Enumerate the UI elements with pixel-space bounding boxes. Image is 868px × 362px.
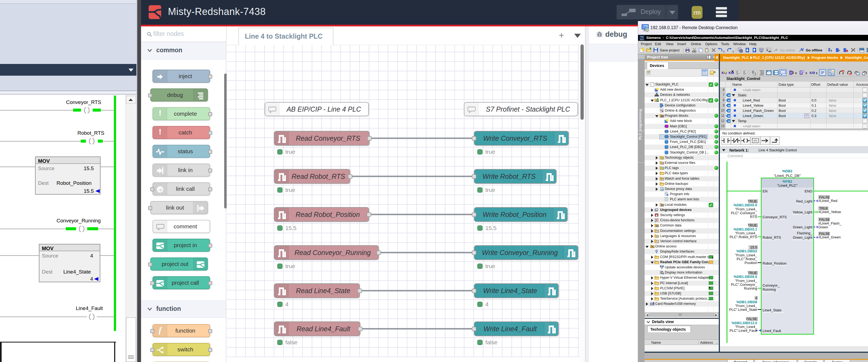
svg-text:Robot_Position: Robot_Position: [763, 261, 786, 266]
svg-text:οɪ: οɪ: [728, 115, 730, 117]
svg-text:%DB2: %DB2: [782, 169, 793, 173]
svg-text:KƟ: KƟ: [810, 71, 815, 75]
svg-text:FALSE: FALSE: [746, 317, 757, 321]
svg-text:οɪ: οɪ: [728, 94, 730, 96]
svg-text:%DB1.DBX6.0: %DB1.DBX6.0: [734, 275, 757, 279]
svg-text:PLC".Robot_RTS: PLC".Robot_RTS: [730, 235, 757, 239]
svg-text:"From_Line4_: "From_Line4_: [735, 207, 757, 211]
svg-text:FALSE: FALSE: [819, 218, 830, 222]
svg-text:Position: Position: [745, 261, 757, 265]
svg-text:"Line4_PLC_DB": "Line4_PLC_DB": [774, 174, 801, 178]
svg-text:#Line4_Green: #Line4_Green: [818, 235, 841, 239]
svg-text:Conveyor_: Conveyor_: [763, 283, 780, 287]
svg-text:Green_Light: Green_Light: [793, 235, 812, 240]
svg-text:TRUE: TRUE: [748, 271, 757, 275]
svg-text:#Line4_Flash_: #Line4_Flash_: [818, 221, 842, 225]
svg-text:οɪ: οɪ: [728, 120, 730, 122]
svg-text:Green: Green: [818, 225, 828, 229]
svg-text:RTS: RTS: [750, 215, 757, 219]
svg-text:PLC".Line4_State: PLC".Line4_State: [729, 308, 757, 312]
svg-text:?: ?: [831, 50, 832, 53]
svg-text:ENO: ENO: [805, 189, 812, 193]
svg-text:PLC".Conveyor_: PLC".Conveyor_: [731, 282, 757, 287]
svg-text:01: 01: [790, 72, 793, 74]
svg-text:Yellow_Light: Yellow_Light: [793, 210, 812, 214]
svg-text:Red_Light: Red_Light: [796, 199, 812, 203]
svg-text:%DB1.DBX12.0: %DB1.DBX12.0: [732, 321, 757, 325]
svg-text:οɪ: οɪ: [728, 104, 730, 107]
svg-text:✕: ✕: [850, 74, 852, 75]
svg-text:Running: Running: [744, 286, 757, 290]
svg-text:"From_Line4_: "From_Line4_: [735, 231, 757, 235]
svg-text:Line4_Fault: Line4_Fault: [763, 329, 781, 333]
svg-text:Conveyor_RTS: Conveyor_RTS: [763, 215, 787, 219]
svg-text:οɪ: οɪ: [728, 99, 730, 102]
svg-text:01: 01: [662, 163, 664, 164]
svg-text:EN: EN: [763, 189, 768, 193]
svg-text:15.5: 15.5: [750, 245, 757, 249]
svg-text:"From_Line4_: "From_Line4_: [735, 325, 757, 329]
svg-text:#Line4_Yellow: #Line4_Yellow: [818, 210, 841, 214]
svg-text:%DB1.DBD8: %DB1.DBD8: [736, 300, 757, 304]
svg-text:Flashing_: Flashing_: [797, 231, 812, 235]
svg-text:Running: Running: [763, 287, 776, 291]
svg-text:RT: RT: [769, 50, 771, 53]
svg-text:%FB2: %FB2: [782, 179, 792, 184]
svg-text:PLC".Line4_Fault: PLC".Line4_Fault: [730, 329, 757, 333]
svg-text:✕: ✕: [842, 71, 844, 73]
svg-text:Line4_State: Line4_State: [763, 308, 781, 312]
svg-text:KƟ: KƟ: [728, 71, 734, 75]
svg-text:Robot_RTS: Robot_RTS: [763, 235, 781, 240]
svg-text:01: 01: [740, 50, 742, 52]
svg-text:οɪ: οɪ: [728, 109, 730, 112]
svg-text:"From_Line4_: "From_Line4_: [735, 304, 757, 308]
svg-text:"Line4_PLC": "Line4_PLC": [777, 184, 797, 188]
svg-text:A: A: [657, 241, 658, 243]
svg-text:PLC".Robot_: PLC".Robot_: [737, 257, 757, 261]
svg-text:TRUE: TRUE: [748, 199, 757, 203]
svg-text:"From_Line4_: "From_Line4_: [735, 279, 757, 283]
svg-text:?: ?: [661, 267, 662, 270]
svg-text:#Line4_Red: #Line4_Red: [818, 199, 837, 203]
svg-text:??: ??: [753, 139, 757, 143]
svg-text:%DB1.DBX0.1: %DB1.DBX0.1: [734, 227, 757, 231]
svg-text:%DB1.DBX0.0: %DB1.DBX0.0: [734, 203, 757, 207]
svg-text:TRUE: TRUE: [748, 223, 757, 227]
svg-text:Green_Light: Green_Light: [793, 225, 812, 229]
svg-text:4: 4: [755, 296, 757, 300]
svg-text:PLC".Conveyor_: PLC".Conveyor_: [731, 211, 757, 215]
svg-text:"From_Line4_: "From_Line4_: [735, 253, 757, 257]
svg-text:%DB1.DBD2: %DB1.DBD2: [736, 249, 757, 253]
